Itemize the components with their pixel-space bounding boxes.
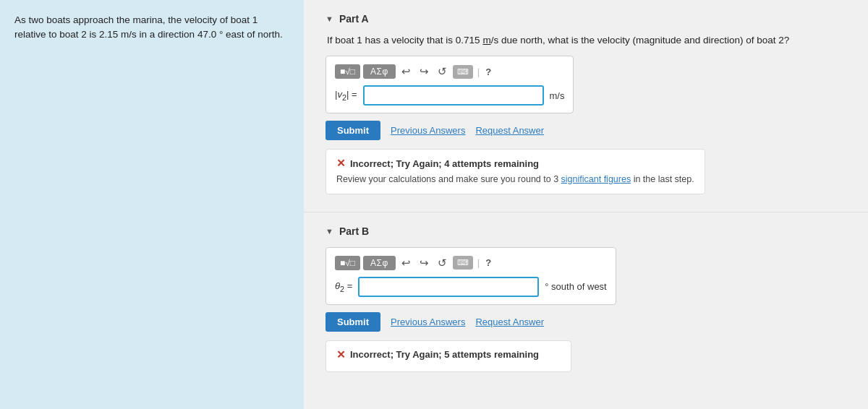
part-a-actions: Submit Previous Answers Request Answer bbox=[326, 121, 846, 140]
part-b-request-answer-button[interactable]: Request Answer bbox=[475, 317, 544, 327]
chevron-down-icon: ▼ bbox=[326, 14, 333, 23]
part-b-header: ▼ Part B bbox=[326, 225, 846, 237]
part-b-keyboard-button[interactable]: ⌨ bbox=[453, 256, 473, 270]
sqrt-button[interactable]: ■√□ bbox=[335, 64, 360, 79]
part-a-input-row: |v2| = m/s bbox=[335, 85, 564, 106]
part-b-greek-button[interactable]: ΑΣφ bbox=[363, 256, 396, 270]
part-b-submit-button[interactable]: Submit bbox=[326, 312, 380, 332]
part-a-submit-button[interactable]: Submit bbox=[326, 121, 380, 140]
part-a-feedback-title-text: Incorrect; Try Again; 4 attempts remaini… bbox=[350, 158, 539, 169]
part-a-header: ▼ Part A bbox=[326, 13, 846, 25]
part-b-feedback-title: ✕ Incorrect; Try Again; 5 attempts remai… bbox=[336, 348, 561, 361]
part-b-x-icon: ✕ bbox=[336, 348, 346, 361]
part-a-feedback-body: Review your calculations and make sure y… bbox=[336, 173, 694, 186]
keyboard-button[interactable]: ⌨ bbox=[453, 65, 473, 79]
part-a-input-label: |v2| = bbox=[335, 89, 357, 102]
part-b-section: ▼ Part B ■√□ ΑΣφ ↩ ↪ ↺ ⌨ | ? θ2 = bbox=[304, 212, 868, 389]
part-a-previous-answers-button[interactable]: Previous Answers bbox=[391, 125, 465, 136]
part-b-feedback-title-text: Incorrect; Try Again; 5 attempts remaini… bbox=[350, 349, 539, 360]
part-a-feedback: ✕ Incorrect; Try Again; 4 attempts remai… bbox=[326, 149, 705, 194]
part-b-redo-button[interactable]: ↪ bbox=[417, 255, 432, 271]
problem-statement: As two boats approach the marina, the ve… bbox=[0, 0, 304, 409]
part-b-toolbar-sep: | bbox=[477, 257, 480, 268]
part-b-input-label: θ2 = bbox=[335, 280, 352, 293]
part-a-feedback-title: ✕ Incorrect; Try Again; 4 attempts remai… bbox=[336, 157, 694, 170]
part-b-actions: Submit Previous Answers Request Answer bbox=[326, 312, 846, 332]
significant-figures-link: significant figures bbox=[561, 174, 631, 184]
part-b-unit: ° south of west bbox=[545, 281, 606, 292]
redo-button[interactable]: ↪ bbox=[417, 64, 432, 79]
part-b-undo-button[interactable]: ↩ bbox=[399, 255, 414, 271]
problem-text: As two boats approach the marina, the ve… bbox=[14, 14, 283, 40]
part-a-toolbar: ■√□ ΑΣφ ↩ ↪ ↺ ⌨ | ? bbox=[335, 64, 564, 79]
part-a-label: Part A bbox=[339, 13, 369, 25]
x-icon: ✕ bbox=[336, 157, 346, 170]
part-b-previous-answers-button[interactable]: Previous Answers bbox=[391, 317, 465, 327]
part-a-input-box: ■√□ ΑΣφ ↩ ↪ ↺ ⌨ | ? |v2| = m/s bbox=[326, 56, 574, 113]
part-b-input-row: θ2 = ° south of west bbox=[335, 277, 607, 297]
part-b-refresh-button[interactable]: ↺ bbox=[435, 255, 450, 271]
refresh-button[interactable]: ↺ bbox=[435, 64, 450, 79]
part-a-section: ▼ Part A If boat 1 has a velocity that i… bbox=[304, 0, 868, 212]
part-a-answer-input[interactable] bbox=[363, 85, 544, 106]
part-b-label: Part B bbox=[339, 225, 369, 237]
undo-button[interactable]: ↩ bbox=[399, 64, 414, 79]
part-b-help-button[interactable]: ? bbox=[484, 256, 493, 270]
part-b-input-box: ■√□ ΑΣφ ↩ ↪ ↺ ⌨ | ? θ2 = ° south of west bbox=[326, 247, 616, 305]
part-a-request-answer-button[interactable]: Request Answer bbox=[475, 125, 544, 136]
part-a-question: If boat 1 has a velocity that is 0.715 m… bbox=[327, 35, 846, 46]
part-b-feedback: ✕ Incorrect; Try Again; 5 attempts remai… bbox=[326, 340, 571, 372]
toolbar-sep: | bbox=[477, 66, 480, 77]
part-b-answer-input[interactable] bbox=[358, 277, 539, 297]
part-b-sqrt-button[interactable]: ■√□ bbox=[335, 256, 360, 270]
help-button[interactable]: ? bbox=[484, 65, 493, 79]
part-a-unit: m/s bbox=[550, 90, 565, 101]
part-b-chevron-icon: ▼ bbox=[326, 227, 333, 236]
part-b-toolbar: ■√□ ΑΣφ ↩ ↪ ↺ ⌨ | ? bbox=[335, 255, 607, 271]
greek-button[interactable]: ΑΣφ bbox=[363, 64, 396, 79]
